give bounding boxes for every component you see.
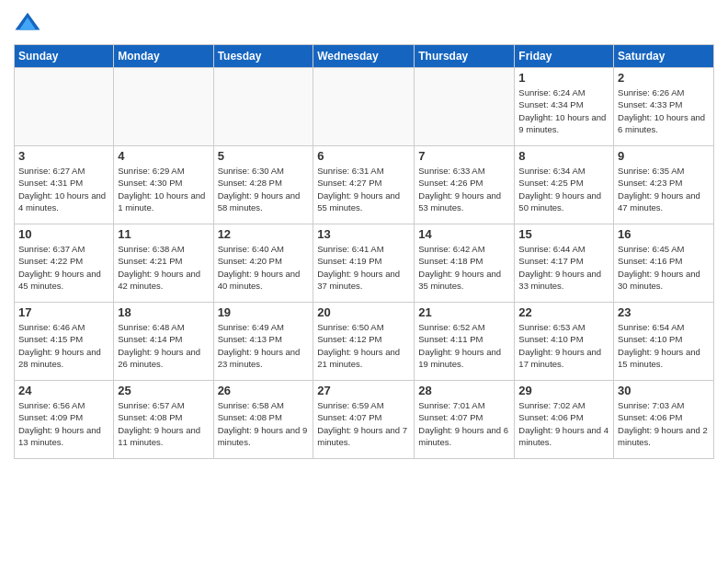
day-number: 9 — [618, 149, 710, 163]
day-number: 24 — [18, 384, 109, 397]
header — [14, 9, 714, 37]
calendar-cell: 3Sunrise: 6:27 AM Sunset: 4:31 PM Daylig… — [15, 146, 114, 224]
calendar-cell: 13Sunrise: 6:41 AM Sunset: 4:19 PM Dayli… — [313, 224, 415, 303]
day-info: Sunrise: 6:45 AM Sunset: 4:16 PM Dayligh… — [618, 243, 710, 292]
calendar-cell — [415, 68, 515, 146]
week-row-1: 1Sunrise: 6:24 AM Sunset: 4:34 PM Daylig… — [15, 68, 714, 146]
day-number: 25 — [118, 384, 209, 397]
calendar-cell — [313, 68, 415, 146]
calendar-cell: 8Sunrise: 6:34 AM Sunset: 4:25 PM Daylig… — [515, 146, 614, 224]
day-info: Sunrise: 6:56 AM Sunset: 4:09 PM Dayligh… — [18, 399, 109, 448]
day-info: Sunrise: 6:58 AM Sunset: 4:08 PM Dayligh… — [218, 399, 310, 448]
day-number: 4 — [118, 149, 209, 163]
calendar-cell: 25Sunrise: 6:57 AM Sunset: 4:08 PM Dayli… — [114, 381, 213, 459]
calendar-cell: 12Sunrise: 6:40 AM Sunset: 4:20 PM Dayli… — [213, 224, 313, 303]
day-number: 1 — [518, 71, 609, 85]
calendar-cell: 5Sunrise: 6:30 AM Sunset: 4:28 PM Daylig… — [213, 146, 313, 224]
day-info: Sunrise: 6:29 AM Sunset: 4:30 PM Dayligh… — [118, 165, 209, 213]
logo — [14, 9, 45, 37]
calendar-cell: 4Sunrise: 6:29 AM Sunset: 4:30 PM Daylig… — [114, 146, 213, 224]
day-info: Sunrise: 6:57 AM Sunset: 4:08 PM Dayligh… — [118, 399, 209, 448]
calendar-cell: 6Sunrise: 6:31 AM Sunset: 4:27 PM Daylig… — [313, 146, 415, 224]
weekday-header-tuesday: Tuesday — [213, 45, 313, 68]
day-info: Sunrise: 6:54 AM Sunset: 4:10 PM Dayligh… — [618, 321, 710, 370]
day-number: 14 — [418, 227, 510, 241]
calendar-cell: 19Sunrise: 6:49 AM Sunset: 4:13 PM Dayli… — [213, 303, 313, 381]
day-number: 5 — [218, 149, 310, 163]
day-number: 23 — [618, 305, 710, 319]
day-number: 10 — [18, 227, 109, 241]
day-number: 16 — [618, 227, 710, 241]
day-info: Sunrise: 6:37 AM Sunset: 4:22 PM Dayligh… — [18, 243, 109, 292]
day-number: 13 — [317, 227, 410, 241]
week-row-3: 10Sunrise: 6:37 AM Sunset: 4:22 PM Dayli… — [15, 224, 714, 303]
day-info: Sunrise: 6:42 AM Sunset: 4:18 PM Dayligh… — [418, 243, 510, 292]
day-number: 26 — [218, 384, 310, 397]
day-number: 12 — [218, 227, 310, 241]
calendar-cell: 22Sunrise: 6:53 AM Sunset: 4:10 PM Dayli… — [515, 303, 614, 381]
day-number: 6 — [317, 149, 410, 163]
weekday-header-sunday: Sunday — [15, 45, 114, 68]
day-number: 11 — [118, 227, 209, 241]
day-info: Sunrise: 6:27 AM Sunset: 4:31 PM Dayligh… — [18, 165, 109, 213]
calendar-cell — [15, 68, 114, 146]
day-number: 28 — [418, 384, 510, 397]
weekday-header-wednesday: Wednesday — [313, 45, 415, 68]
calendar-cell: 15Sunrise: 6:44 AM Sunset: 4:17 PM Dayli… — [515, 224, 614, 303]
day-number: 18 — [118, 305, 209, 319]
calendar-cell: 11Sunrise: 6:38 AM Sunset: 4:21 PM Dayli… — [114, 224, 213, 303]
weekday-header-saturday: Saturday — [614, 45, 714, 68]
day-info: Sunrise: 6:44 AM Sunset: 4:17 PM Dayligh… — [518, 243, 609, 292]
logo-icon — [14, 9, 41, 37]
day-number: 19 — [218, 305, 310, 319]
day-number: 20 — [317, 305, 410, 319]
weekday-header-monday: Monday — [114, 45, 213, 68]
calendar-cell: 16Sunrise: 6:45 AM Sunset: 4:16 PM Dayli… — [614, 224, 714, 303]
calendar-cell: 1Sunrise: 6:24 AM Sunset: 4:34 PM Daylig… — [515, 68, 614, 146]
calendar-cell: 17Sunrise: 6:46 AM Sunset: 4:15 PM Dayli… — [15, 303, 114, 381]
weekday-header-thursday: Thursday — [415, 45, 515, 68]
week-row-4: 17Sunrise: 6:46 AM Sunset: 4:15 PM Dayli… — [15, 303, 714, 381]
day-info: Sunrise: 6:30 AM Sunset: 4:28 PM Dayligh… — [218, 165, 310, 213]
week-row-5: 24Sunrise: 6:56 AM Sunset: 4:09 PM Dayli… — [15, 381, 714, 459]
day-info: Sunrise: 6:48 AM Sunset: 4:14 PM Dayligh… — [118, 321, 209, 370]
calendar-cell: 2Sunrise: 6:26 AM Sunset: 4:33 PM Daylig… — [614, 68, 714, 146]
calendar-cell: 20Sunrise: 6:50 AM Sunset: 4:12 PM Dayli… — [313, 303, 415, 381]
calendar: SundayMondayTuesdayWednesdayThursdayFrid… — [14, 44, 714, 459]
day-info: Sunrise: 6:38 AM Sunset: 4:21 PM Dayligh… — [118, 243, 209, 292]
calendar-cell — [114, 68, 213, 146]
day-info: Sunrise: 6:40 AM Sunset: 4:20 PM Dayligh… — [218, 243, 310, 292]
day-info: Sunrise: 6:41 AM Sunset: 4:19 PM Dayligh… — [317, 243, 410, 292]
page: SundayMondayTuesdayWednesdayThursdayFrid… — [0, 0, 728, 468]
weekday-header-row: SundayMondayTuesdayWednesdayThursdayFrid… — [15, 45, 714, 68]
day-info: Sunrise: 6:26 AM Sunset: 4:33 PM Dayligh… — [618, 86, 710, 135]
calendar-cell: 26Sunrise: 6:58 AM Sunset: 4:08 PM Dayli… — [213, 381, 313, 459]
day-info: Sunrise: 6:46 AM Sunset: 4:15 PM Dayligh… — [18, 321, 109, 370]
calendar-cell: 28Sunrise: 7:01 AM Sunset: 4:07 PM Dayli… — [415, 381, 515, 459]
day-info: Sunrise: 7:03 AM Sunset: 4:06 PM Dayligh… — [618, 399, 710, 448]
day-info: Sunrise: 7:02 AM Sunset: 4:06 PM Dayligh… — [518, 399, 609, 448]
calendar-cell: 18Sunrise: 6:48 AM Sunset: 4:14 PM Dayli… — [114, 303, 213, 381]
day-info: Sunrise: 7:01 AM Sunset: 4:07 PM Dayligh… — [418, 399, 510, 448]
day-number: 21 — [418, 305, 510, 319]
day-number: 27 — [317, 384, 410, 397]
day-info: Sunrise: 6:50 AM Sunset: 4:12 PM Dayligh… — [317, 321, 410, 370]
day-number: 29 — [518, 384, 609, 397]
day-info: Sunrise: 6:33 AM Sunset: 4:26 PM Dayligh… — [418, 165, 510, 213]
day-number: 22 — [518, 305, 609, 319]
calendar-cell: 29Sunrise: 7:02 AM Sunset: 4:06 PM Dayli… — [515, 381, 614, 459]
day-info: Sunrise: 6:49 AM Sunset: 4:13 PM Dayligh… — [218, 321, 310, 370]
day-info: Sunrise: 6:59 AM Sunset: 4:07 PM Dayligh… — [317, 399, 410, 448]
day-number: 8 — [518, 149, 609, 163]
calendar-cell: 23Sunrise: 6:54 AM Sunset: 4:10 PM Dayli… — [614, 303, 714, 381]
day-number: 3 — [18, 149, 109, 163]
calendar-cell — [213, 68, 313, 146]
day-info: Sunrise: 6:34 AM Sunset: 4:25 PM Dayligh… — [518, 165, 609, 213]
day-info: Sunrise: 6:53 AM Sunset: 4:10 PM Dayligh… — [518, 321, 609, 370]
day-info: Sunrise: 6:24 AM Sunset: 4:34 PM Dayligh… — [518, 86, 609, 135]
day-number: 17 — [18, 305, 109, 319]
week-row-2: 3Sunrise: 6:27 AM Sunset: 4:31 PM Daylig… — [15, 146, 714, 224]
day-info: Sunrise: 6:31 AM Sunset: 4:27 PM Dayligh… — [317, 165, 410, 213]
calendar-cell: 9Sunrise: 6:35 AM Sunset: 4:23 PM Daylig… — [614, 146, 714, 224]
calendar-cell: 27Sunrise: 6:59 AM Sunset: 4:07 PM Dayli… — [313, 381, 415, 459]
